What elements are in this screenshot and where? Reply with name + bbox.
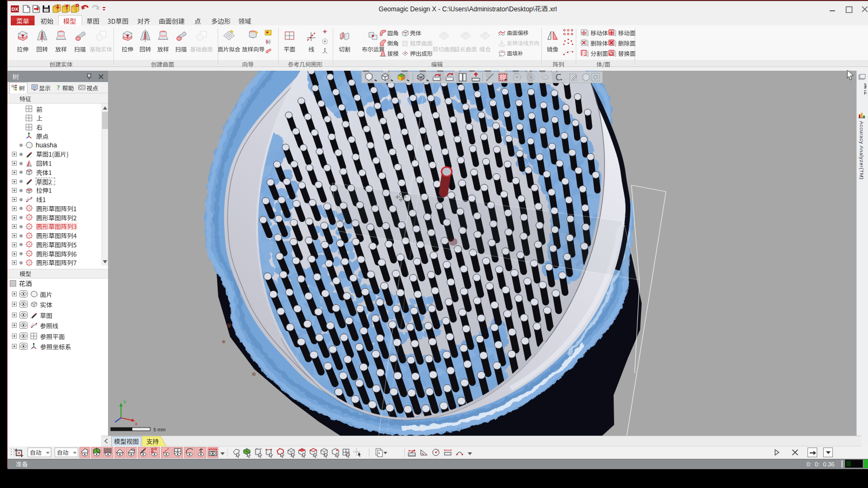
svg-text:5 mm: 5 mm	[153, 427, 166, 432]
svg-text:DX: DX	[11, 6, 18, 12]
svg-text:Y: Y	[123, 399, 126, 405]
svg-text:x: x	[135, 421, 138, 426]
svg-text:?: ?	[57, 84, 60, 91]
